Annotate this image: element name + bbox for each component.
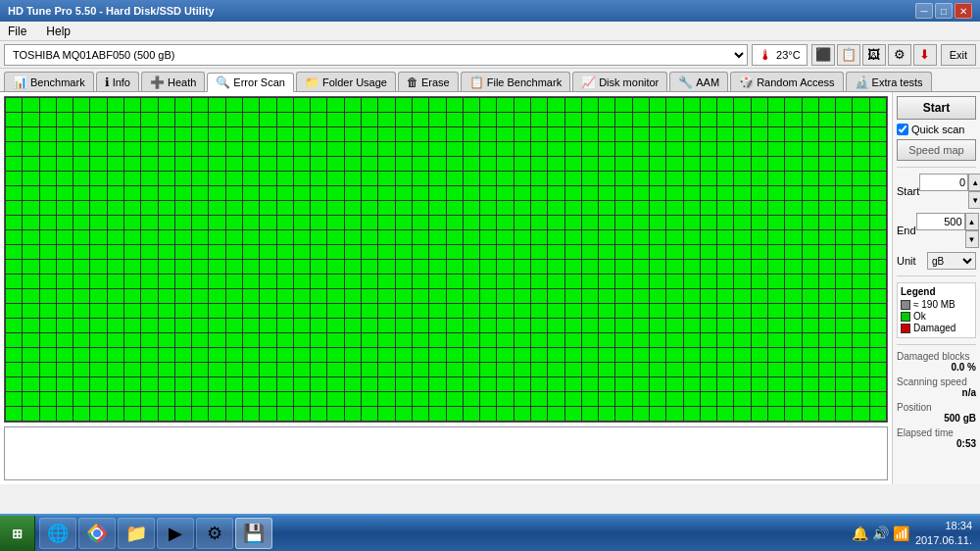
- grid-cell: [785, 230, 801, 244]
- start-button[interactable]: Start: [897, 96, 976, 120]
- taskbar-media[interactable]: ▶: [157, 518, 194, 549]
- file-menu[interactable]: File: [4, 24, 30, 39]
- taskbar-hdtune[interactable]: 💾: [235, 518, 272, 549]
- grid-cell: [141, 157, 157, 171]
- grid-cell: [480, 333, 496, 347]
- grid-cell: [192, 230, 208, 244]
- grid-cell: [57, 319, 73, 332]
- grid-cell: [159, 216, 174, 229]
- tab-benchmark[interactable]: 📊 Benchmark: [4, 72, 94, 91]
- grid-cell: [396, 186, 412, 200]
- start-spin-up[interactable]: ▲: [968, 174, 980, 191]
- toolbar-icon-1[interactable]: ⬛: [811, 44, 835, 66]
- grid-cell: [362, 363, 377, 376]
- end-spin-up[interactable]: ▲: [965, 213, 979, 230]
- grid-cell: [633, 186, 649, 200]
- taskbar-chrome[interactable]: [78, 518, 116, 549]
- taskbar-ie[interactable]: 🌐: [39, 518, 76, 549]
- tab-info[interactable]: ℹ Info: [96, 72, 139, 91]
- toolbar-icon-3[interactable]: 🖼: [862, 44, 886, 66]
- minimize-button[interactable]: ─: [915, 3, 933, 19]
- unit-select[interactable]: gB MB: [927, 252, 976, 270]
- grid-cell: [785, 304, 801, 318]
- grid-cell: [6, 407, 22, 421]
- maximize-button[interactable]: □: [935, 3, 953, 19]
- grid-cell: [514, 172, 530, 185]
- toolbar-icon-2[interactable]: 📋: [837, 44, 860, 66]
- grid-cell: [666, 113, 682, 126]
- grid-cell: [752, 333, 767, 347]
- grid-cell: [378, 113, 394, 126]
- grid-cell: [548, 275, 564, 288]
- start-input[interactable]: [919, 174, 968, 191]
- grid-cell: [429, 275, 445, 288]
- tab-random-access[interactable]: 🎲 Random Access: [730, 72, 843, 91]
- grid-cell: [836, 319, 852, 332]
- grid-cell: [311, 98, 326, 112]
- tab-erase[interactable]: 🗑 Erase: [398, 72, 459, 91]
- grid-cell: [74, 186, 89, 200]
- grid-cell: [345, 113, 361, 126]
- end-spin-down[interactable]: ▼: [965, 230, 979, 248]
- taskbar-settings[interactable]: ⚙: [196, 518, 233, 549]
- start-menu-button[interactable]: ⊞: [0, 516, 35, 551]
- grid-cell: [565, 289, 581, 303]
- close-button[interactable]: ✕: [955, 3, 972, 19]
- grid-cell: [345, 363, 361, 376]
- grid-cell: [514, 363, 530, 376]
- tab-error-scan[interactable]: 🔍 Error Scan: [207, 73, 294, 92]
- grid-cell: [785, 377, 801, 391]
- grid-cell: [785, 392, 801, 406]
- grid-cell: [23, 304, 38, 318]
- end-input[interactable]: [916, 213, 965, 230]
- grid-cell: [768, 289, 784, 303]
- taskbar-explorer[interactable]: 📁: [118, 518, 155, 549]
- tab-health[interactable]: ➕ Heath: [141, 72, 205, 91]
- grid-cell: [243, 230, 259, 244]
- quick-scan-checkbox[interactable]: [897, 124, 908, 135]
- grid-cell: [6, 127, 22, 141]
- grid-cell: [362, 275, 377, 288]
- grid-cell: [294, 392, 310, 406]
- grid-cell: [159, 98, 174, 112]
- grid-cell: [327, 377, 343, 391]
- grid-cell: [565, 260, 581, 274]
- start-spin-down[interactable]: ▼: [968, 191, 980, 209]
- taskbar-apps: 🌐 📁 ▶ ⚙ 💾: [35, 518, 844, 549]
- grid-cell: [260, 216, 275, 229]
- grid-cell: [548, 201, 564, 215]
- tab-aam[interactable]: 🔧 AAM: [669, 72, 728, 91]
- toolbar-icon-5[interactable]: ⬇: [913, 44, 937, 66]
- grid-cell: [853, 377, 868, 391]
- grid-cell: [514, 260, 530, 274]
- grid-cell: [277, 216, 293, 229]
- tab-file-benchmark[interactable]: 📋 File Benchmark: [461, 72, 570, 91]
- tab-health-label: Heath: [168, 76, 196, 88]
- grid-cell: [277, 172, 293, 185]
- speed-map-button[interactable]: Speed map: [897, 139, 976, 161]
- grid-cell: [531, 172, 547, 185]
- disk-selector[interactable]: TOSHIBA MQ01ABF050 (500 gB): [4, 44, 748, 66]
- help-menu[interactable]: Help: [42, 24, 74, 39]
- grid-cell: [396, 245, 412, 259]
- grid-cell: [803, 157, 818, 171]
- tab-extra-tests[interactable]: 🔬 Extra tests: [846, 72, 932, 91]
- grid-cell: [429, 363, 445, 376]
- grid-cell: [650, 142, 665, 156]
- grid-cell: [633, 216, 649, 229]
- tab-disk-monitor[interactable]: 📈 Disk monitor: [572, 72, 667, 91]
- grid-cell: [514, 275, 530, 288]
- toolbar-icon-4[interactable]: ⚙: [888, 44, 911, 66]
- tab-disk-monitor-label: Disk monitor: [599, 76, 659, 88]
- exit-button[interactable]: Exit: [941, 44, 976, 66]
- tab-folder-usage[interactable]: 📁 Folder Usage: [296, 72, 396, 91]
- grid-cell: [752, 201, 767, 215]
- grid-cell: [853, 407, 868, 421]
- grid-cell: [311, 333, 326, 347]
- tab-aam-label: AAM: [696, 76, 719, 88]
- grid-cell: [294, 333, 310, 347]
- grid-cell: [108, 333, 123, 347]
- grid-cell: [294, 304, 310, 318]
- grid-cell: [192, 245, 208, 259]
- grid-cell: [243, 377, 259, 391]
